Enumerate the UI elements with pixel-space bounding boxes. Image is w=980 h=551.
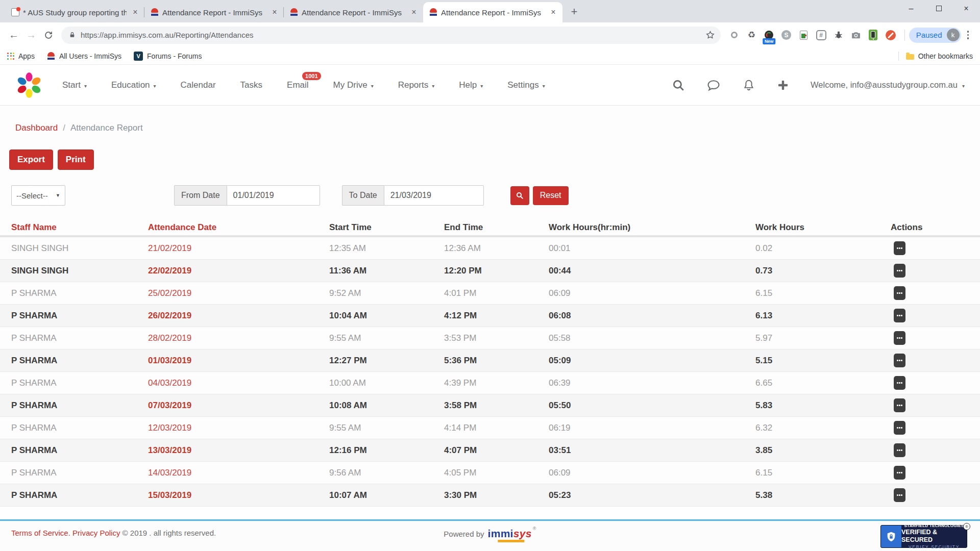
maximize-button[interactable]: [925, 0, 952, 17]
cell-work-hours-hrmin: 06:09: [549, 468, 755, 478]
nav-item[interactable]: Calendar: [181, 80, 216, 90]
extension-camera-icon[interactable]: [850, 29, 862, 41]
nav-item-label: Education: [111, 80, 150, 90]
extension-speedtest-icon[interactable]: New: [764, 29, 775, 41]
nav-item[interactable]: Start ▾: [62, 80, 87, 90]
row-actions-button[interactable]: [894, 398, 905, 412]
row-actions-button[interactable]: [894, 354, 905, 367]
registered-mark: ®: [533, 526, 536, 531]
reset-button[interactable]: Reset: [533, 186, 569, 205]
nav-item[interactable]: Tasks: [240, 80, 262, 90]
row-actions-button[interactable]: [894, 466, 905, 480]
row-actions-button[interactable]: [894, 286, 905, 300]
browser-tab[interactable]: Attendance Report - ImmiSys ×: [284, 2, 423, 22]
cell-start-time: 12:35 AM: [329, 243, 444, 254]
apps-grid-icon: [7, 53, 14, 60]
row-actions-button[interactable]: [894, 376, 905, 390]
table-row: P SHARMA 01/03/2019 12:27 PM 5:36 PM 05:…: [0, 349, 980, 372]
account-menu[interactable]: Welcome, info@ausstudygroup.com.au ▾: [811, 80, 965, 90]
cell-start-time: 9:52 AM: [329, 288, 444, 298]
extension-hashgrid-icon[interactable]: #: [816, 29, 827, 41]
column-header-end-time: End Time: [444, 222, 549, 233]
sync-paused-pill[interactable]: Paused k: [909, 28, 961, 43]
url-text[interactable]: https://app.immisys.com.au/Reporting/Att…: [81, 31, 703, 39]
other-bookmarks-button[interactable]: Other bookmarks: [918, 52, 973, 60]
browser-tab[interactable]: Attendance Report - ImmiSys ×: [144, 2, 284, 22]
export-button[interactable]: Export: [9, 149, 53, 170]
bookmark-forums[interactable]: V Forums - Forums: [134, 52, 202, 61]
nav-item[interactable]: My Drive ▾: [333, 80, 374, 90]
row-actions-button[interactable]: [894, 309, 905, 322]
row-actions-button[interactable]: [894, 241, 905, 255]
nav-item[interactable]: Reports ▾: [398, 80, 435, 90]
tab-close-icon[interactable]: ×: [548, 7, 558, 17]
cell-end-time: 4:12 PM: [444, 311, 549, 321]
security-seal-text: STARFIELD TECHNOLOGIES VERIFIED & SECURE…: [901, 525, 967, 547]
extension-spreadsheet-icon[interactable]: [798, 29, 810, 41]
site-navbar: Start ▾ Education ▾ Calendar Tasks Email…: [0, 65, 980, 106]
search-button[interactable]: [510, 186, 529, 205]
aus-study-group-logo[interactable]: [15, 71, 43, 99]
tab-close-icon[interactable]: ×: [409, 7, 419, 17]
extension-ring-icon[interactable]: [729, 29, 740, 41]
nav-menu: Start ▾ Education ▾ Calendar Tasks Email…: [62, 80, 545, 90]
extension-skype-icon[interactable]: S: [781, 29, 792, 41]
security-seal[interactable]: STARFIELD TECHNOLOGIES VERIFIED & SECURE…: [880, 525, 967, 548]
address-bar[interactable]: https://app.immisys.com.au/Reporting/Att…: [61, 27, 721, 44]
new-tab-button[interactable]: +: [567, 4, 582, 19]
forward-button[interactable]: →: [22, 27, 40, 44]
terms-of-service-link[interactable]: Terms of Service.: [11, 529, 70, 537]
cell-start-time: 12:16 PM: [329, 445, 444, 456]
row-actions-button[interactable]: [894, 331, 905, 345]
from-date-group: From Date: [174, 185, 320, 206]
nav-item[interactable]: Settings ▾: [507, 80, 545, 90]
breadcrumb-dashboard-link[interactable]: Dashboard: [15, 123, 58, 133]
cell-attendance-date: 22/02/2019: [148, 266, 329, 276]
profile-avatar[interactable]: k: [947, 29, 960, 41]
nav-item[interactable]: Email 1001: [287, 80, 309, 90]
tab-close-icon[interactable]: ×: [130, 7, 140, 17]
bookmark-star-button[interactable]: [703, 28, 718, 43]
minimize-button[interactable]: –: [897, 0, 925, 17]
bookmark-all-users[interactable]: All Users - ImmiSys: [47, 52, 121, 60]
bookmark-apps[interactable]: Apps: [7, 52, 35, 60]
cell-work-hours-hrmin: 06:19: [549, 423, 755, 433]
close-window-button[interactable]: ×: [952, 0, 980, 17]
browser-tab[interactable]: * AUS Study group reporting tha ×: [5, 2, 144, 22]
from-date-input[interactable]: [227, 185, 320, 206]
nav-notifications-button[interactable]: [742, 79, 755, 92]
row-actions-button[interactable]: [894, 421, 905, 435]
privacy-policy-link[interactable]: Privacy Policy: [72, 529, 120, 537]
row-actions-button[interactable]: [894, 264, 905, 278]
cell-work-hours-hrmin: 06:09: [549, 288, 755, 298]
extension-phone-icon[interactable]: [868, 29, 879, 41]
extension-recycle-icon[interactable]: ♻: [746, 29, 757, 41]
cell-actions: [891, 331, 980, 345]
cell-attendance-date: 25/02/2019: [148, 288, 329, 298]
breadcrumb-separator: /: [63, 123, 65, 133]
page-actions: Export Print: [0, 133, 980, 170]
nav-item[interactable]: Education ▾: [111, 80, 156, 90]
row-actions-button[interactable]: [894, 443, 905, 457]
staff-select-dropdown[interactable]: --Select-- ▼: [11, 185, 65, 206]
row-actions-button[interactable]: [894, 488, 905, 502]
nav-messages-button[interactable]: [706, 78, 721, 92]
nav-search-button[interactable]: [672, 79, 685, 92]
extension-bug-icon[interactable]: [833, 29, 844, 41]
extension-pencil-icon[interactable]: [885, 29, 896, 41]
print-button[interactable]: Print: [58, 149, 94, 170]
to-date-input[interactable]: [384, 185, 484, 206]
back-button[interactable]: ←: [5, 27, 22, 44]
logo-underline: [498, 540, 525, 542]
nav-item[interactable]: Help ▾: [459, 80, 483, 90]
table-row: P SHARMA 13/03/2019 12:16 PM 4:07 PM 03:…: [0, 439, 980, 462]
browser-tab[interactable]: Attendance Report - ImmiSys ×: [423, 2, 562, 22]
browser-menu-button[interactable]: [967, 31, 969, 39]
tab-title: Attendance Report - ImmiSys: [441, 8, 545, 17]
cell-end-time: 4:39 PM: [444, 378, 549, 388]
cell-attendance-date: 26/02/2019: [148, 311, 329, 321]
reload-button[interactable]: [40, 27, 57, 44]
tab-close-icon[interactable]: ×: [270, 7, 280, 17]
nav-add-button[interactable]: [777, 79, 789, 91]
powered-by-text: Powered by: [444, 530, 484, 538]
